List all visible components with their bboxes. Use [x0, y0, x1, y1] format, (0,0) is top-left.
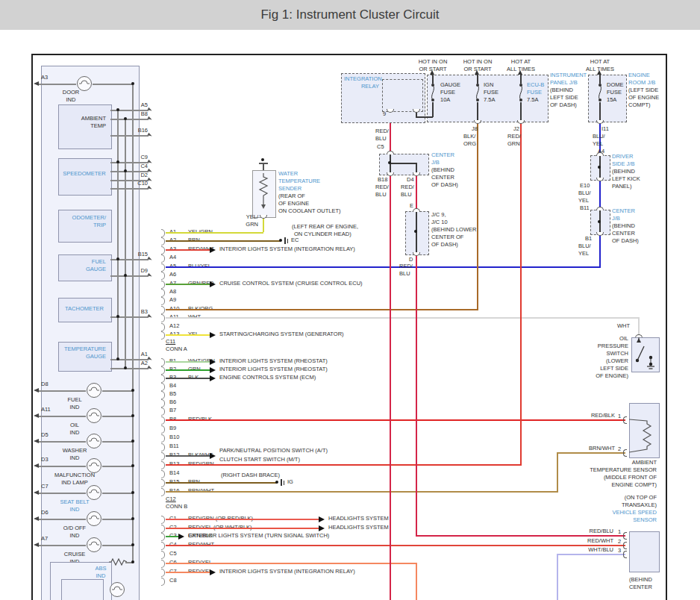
pin-label: D5 — [41, 431, 49, 439]
pin-id: C5 — [169, 550, 177, 557]
ind-line — [93, 84, 133, 85]
pin-bracket-icon — [161, 578, 165, 586]
wire-red-grn — [520, 122, 522, 464]
bulb-icon — [109, 581, 125, 598]
junction-dot — [131, 389, 134, 392]
pin-row: B6 — [161, 399, 310, 407]
ind-line — [39, 441, 86, 443]
wire-brn-wht — [557, 452, 625, 454]
wire-a5 — [166, 266, 601, 268]
pin-bracket-icon — [161, 425, 165, 434]
speed-pin1-wire: RED/BLU — [567, 528, 613, 535]
left-arrow-icon — [34, 413, 39, 418]
ind-line — [39, 416, 86, 417]
junction-dot — [131, 517, 134, 520]
dest-arrow-icon — [210, 281, 216, 287]
pin-arc-icon — [596, 178, 604, 181]
junction-dot — [131, 414, 134, 417]
vehicle-speed-sensor-label: (ON TOP OFTRANSAXLE)VEHICLE SPEEDSENSOR — [566, 494, 657, 524]
wire-b12 — [166, 455, 210, 457]
dest-b2: INTERIOR LIGHTS SYSTEM (RHEOSTAT) — [219, 366, 328, 373]
wire-blk-org — [477, 122, 478, 310]
connector-a-label: CONN A — [166, 346, 187, 353]
junction-dot — [598, 166, 601, 169]
relay-out-wire: RED/BLU — [375, 128, 389, 143]
pin-clip-icon — [623, 449, 627, 457]
ind-line — [39, 390, 86, 392]
pin-id: A6 — [169, 271, 176, 278]
junction-dot — [131, 491, 134, 494]
pin-arc-icon — [596, 120, 604, 124]
relay-out-pin: C5 — [377, 143, 384, 151]
pin-bracket-icon — [161, 237, 165, 246]
stub-arrow-icon — [147, 178, 152, 182]
gauge-fuse-label: GAUGEFUSE10A — [440, 81, 460, 104]
d4-wire: RED/BLU — [401, 184, 414, 199]
door-ind-label: DOORIND — [52, 89, 90, 104]
ind-line — [102, 441, 133, 443]
ambient-pin2: 2 — [618, 446, 621, 453]
wire-red-blu — [416, 254, 417, 536]
ind-line — [102, 416, 133, 417]
dest-arrow-icon — [210, 247, 216, 253]
pin-label: D8 — [41, 381, 49, 388]
frame-top — [31, 54, 667, 55]
connector-b-label: CONN B — [166, 503, 187, 510]
pin-arc-icon — [260, 215, 267, 219]
e10-wire: BLU/YEL — [578, 190, 591, 204]
wire-wht — [638, 317, 640, 335]
b1-pin: B1 — [585, 235, 592, 243]
instrument-panel-jb-label: INSTRUMENTPANEL J/B(BEHINDLEFT SIDEOF DA… — [550, 72, 587, 109]
stub-arrow-icon — [147, 116, 152, 121]
pin-row: A6 — [161, 271, 310, 279]
pin-row: A9 — [161, 296, 310, 304]
stub-pin: B8 — [113, 110, 148, 118]
ambient-pin1-wire: RED/BLK — [569, 412, 615, 419]
dest-c3: EXTERIOR LIGHTS SYSTEM (TURN SIGNAL SWIT… — [188, 532, 329, 540]
wire-blu-yel — [599, 234, 601, 267]
j8-pin: J8 — [472, 125, 478, 133]
pin-clip-icon — [623, 416, 627, 424]
e-pin: E — [410, 202, 413, 210]
pin-arc-icon — [517, 120, 525, 124]
dest-arrow-icon — [178, 534, 184, 540]
pin-id: B14 — [169, 469, 179, 477]
ambient-pin2-wire: BRN/WHT — [569, 445, 615, 452]
pin-bracket-icon — [161, 443, 165, 451]
ecub-fuse-label: ECU-BFUSE7.5A — [527, 81, 544, 104]
switch-contacts-icon — [631, 337, 658, 371]
wire-a3 — [166, 249, 210, 251]
junction-dot — [124, 117, 127, 120]
pin-id: A8 — [169, 288, 176, 296]
engine-room-jb-label: ENGINEROOM J/B(LEFT SIDEOF ENGINECOMPT) — [628, 72, 659, 109]
wire-red-blu — [416, 174, 417, 211]
wire-b3 — [166, 378, 210, 379]
jb-line — [416, 212, 417, 254]
speed-below-label: (BEHINDCENTER — [629, 576, 652, 591]
dest-a13: STARTING/CHARGING SYSTEM (GENERATOR) — [219, 331, 344, 338]
stub-arrow-icon — [147, 160, 152, 164]
pin-bracket-icon — [161, 516, 165, 524]
ind-line — [39, 493, 86, 494]
pin-row: A4 — [161, 254, 310, 262]
dest-a7: CRUISE CONTROL SYSTEM (CRUISE CONTROL EC… — [219, 280, 363, 287]
junction-dot — [131, 543, 134, 546]
left-arrow-icon — [34, 463, 39, 468]
ground-dot — [275, 481, 278, 484]
ground-bar-icon — [281, 479, 282, 486]
left-arrow-icon — [34, 81, 39, 86]
speed-pin3: 3 — [618, 547, 621, 554]
ambient-temp-label: AMBIENTTEMP — [60, 115, 106, 130]
wire-c1 — [166, 519, 319, 520]
dest-c2: HEADLIGHTS SYSTEM — [328, 524, 389, 531]
wire-a1 — [166, 232, 263, 234]
wire-red-blu — [416, 535, 625, 537]
pin-bracket-icon — [161, 461, 165, 469]
wire-b15 — [166, 482, 277, 484]
wire-b8 — [166, 419, 625, 421]
dest-b3: ENGINE CONTROLS SYSTEM (ECM) — [219, 374, 316, 381]
dest-arrow-icon — [210, 359, 216, 365]
dome-fuse-label: DOMEFUSE15A — [607, 81, 624, 104]
center-jb1-label: CENTERJ/B(BEHINDCENTEROF DASH) — [431, 151, 458, 189]
ind-line — [102, 519, 133, 520]
